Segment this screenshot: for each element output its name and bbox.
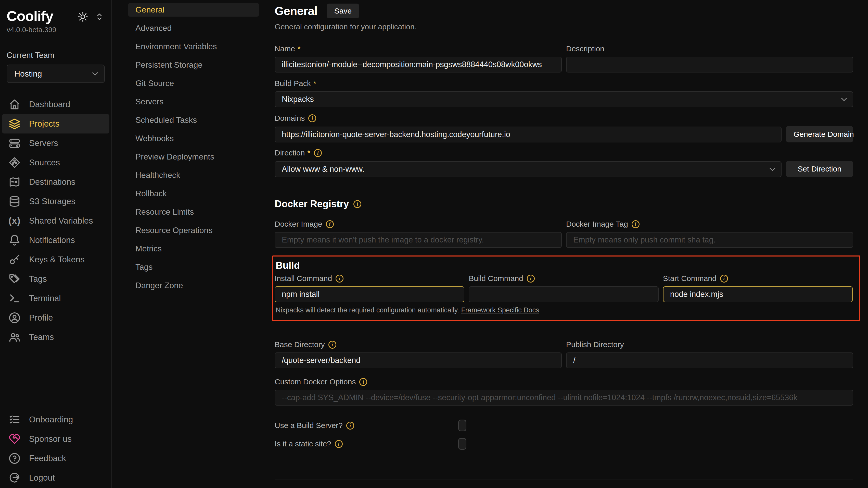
page-title: General <box>275 4 317 18</box>
build-pack-label: Build Pack <box>275 79 316 88</box>
domains-input[interactable] <box>275 126 781 142</box>
docker-image-tag-input[interactable] <box>566 232 853 248</box>
use-build-server-label: Use a Build Server? <box>275 421 343 430</box>
build-pack-select[interactable]: Nixpacks <box>275 91 853 107</box>
tab-servers[interactable]: Servers <box>128 95 259 109</box>
theme-sun-icon[interactable] <box>77 11 89 23</box>
sidebar-item-s3-storages[interactable]: S3 Storages <box>2 192 110 211</box>
nav-item-label: Servers <box>29 138 58 148</box>
nav-item-label: Onboarding <box>29 415 73 425</box>
framework-docs-link[interactable]: Framework Specific Docs <box>461 306 539 314</box>
docker-image-tag-info-icon[interactable] <box>631 220 640 228</box>
static-site-info-icon[interactable] <box>335 440 343 448</box>
sidebar-item-projects[interactable]: Projects <box>2 114 110 134</box>
tab-environment-variables[interactable]: Environment Variables <box>128 40 259 53</box>
docker-image-input[interactable] <box>275 232 562 248</box>
nav-item-label: Logout <box>29 473 55 483</box>
sidebar-item-teams[interactable]: Teams <box>2 327 110 347</box>
start-command-input[interactable] <box>663 286 853 302</box>
docker-image-label: Docker Image <box>275 220 322 228</box>
sidebar-item-dashboard[interactable]: Dashboard <box>2 95 110 114</box>
generate-domain-button[interactable]: Generate Domain <box>786 126 853 142</box>
layers-icon <box>9 118 21 130</box>
sidebar-item-shared-variables[interactable]: (x)Shared Variables <box>2 211 110 230</box>
direction-label: Direction <box>275 148 310 157</box>
section-divider <box>275 480 853 480</box>
start-command-info-icon[interactable] <box>720 275 728 283</box>
save-button[interactable]: Save <box>327 4 359 18</box>
nav-item-label: Sources <box>29 158 60 167</box>
custom-docker-options-input[interactable] <box>275 390 853 406</box>
tab-preview-deployments[interactable]: Preview Deployments <box>128 150 259 164</box>
custom-docker-options-label: Custom Docker Options <box>275 377 356 386</box>
nav-item-label: Keys & Tokens <box>29 255 85 264</box>
install-command-input[interactable] <box>275 286 464 302</box>
chevrons-up-down-icon[interactable] <box>95 12 104 21</box>
nav-item-label: Feedback <box>29 454 66 463</box>
build-command-input[interactable] <box>469 286 658 302</box>
sidebar-item-servers[interactable]: Servers <box>2 134 110 153</box>
tab-resource-operations[interactable]: Resource Operations <box>128 224 259 237</box>
use-build-server-checkbox[interactable] <box>458 420 466 431</box>
docker-registry-info-icon[interactable] <box>353 200 361 208</box>
tags-icon <box>9 273 21 285</box>
domains-info-icon[interactable] <box>308 114 316 122</box>
app-version: v4.0.0-beta.399 <box>0 24 112 34</box>
build-command-info-icon[interactable] <box>527 275 535 283</box>
current-team-label: Current Team <box>0 34 112 60</box>
app-logo[interactable]: Coolify <box>7 8 53 24</box>
sidebar-item-terminal[interactable]: Terminal <box>2 289 110 308</box>
nav-item-label: Sponsor us <box>29 434 72 444</box>
publish-directory-input[interactable] <box>566 352 853 368</box>
terminal-icon <box>9 292 21 304</box>
nav-item-label: Destinations <box>29 177 75 187</box>
tab-advanced[interactable]: Advanced <box>128 22 259 35</box>
tab-persistent-storage[interactable]: Persistent Storage <box>128 58 259 72</box>
tab-resource-limits[interactable]: Resource Limits <box>128 205 259 219</box>
direction-info-icon[interactable] <box>314 149 322 157</box>
static-site-checkbox[interactable] <box>458 438 466 450</box>
description-label: Description <box>566 45 604 53</box>
nav-item-label: Tags <box>29 274 47 284</box>
users-icon <box>9 331 21 343</box>
page-subtitle: General configuration for your applicati… <box>275 23 853 31</box>
use-build-server-info-icon[interactable] <box>346 422 354 430</box>
tab-danger-zone[interactable]: Danger Zone <box>128 279 259 292</box>
install-command-info-icon[interactable] <box>336 275 343 283</box>
sidebar-item-tags[interactable]: Tags <box>2 269 110 289</box>
sidebar-item-onboarding[interactable]: Onboarding <box>2 410 110 429</box>
sidebar-item-logout[interactable]: Logout <box>2 468 110 487</box>
sidebar: Coolify v4.0.0-beta.399 Current Team Hos… <box>0 0 112 488</box>
base-directory-input[interactable] <box>275 352 562 368</box>
team-select[interactable]: Hosting <box>7 64 105 83</box>
sidebar-item-feedback[interactable]: Feedback <box>2 449 110 468</box>
sidebar-item-keys-tokens[interactable]: Keys & Tokens <box>2 250 110 269</box>
set-direction-button[interactable]: Set Direction <box>786 161 853 177</box>
docker-image-info-icon[interactable] <box>326 220 334 228</box>
sidebar-item-profile[interactable]: Profile <box>2 308 110 327</box>
direction-select[interactable]: Allow www & non-www. <box>275 161 781 177</box>
tab-rollback[interactable]: Rollback <box>128 187 259 200</box>
sidebar-item-sponsor-us[interactable]: Sponsor us <box>2 429 110 449</box>
sidebar-item-destinations[interactable]: Destinations <box>2 172 110 192</box>
checklist-icon <box>9 414 21 426</box>
user-circle-icon <box>9 312 21 324</box>
chevron-down-icon <box>841 95 847 101</box>
build-section-annotation-box: Build Install Command Build Command <box>272 256 860 321</box>
tab-general[interactable]: General <box>128 3 259 17</box>
description-input[interactable] <box>566 57 853 73</box>
base-directory-info-icon[interactable] <box>329 341 336 349</box>
tab-metrics[interactable]: Metrics <box>128 242 259 256</box>
tab-webhooks[interactable]: Webhooks <box>128 132 259 145</box>
static-site-label: Is it a static site? <box>275 439 331 448</box>
sidebar-item-notifications[interactable]: Notifications <box>2 230 110 250</box>
sidebar-item-sources[interactable]: Sources <box>2 153 110 172</box>
name-input[interactable] <box>275 57 562 73</box>
sidebar-nav: DashboardProjectsServersSourcesDestinati… <box>0 95 112 347</box>
tab-scheduled-tasks[interactable]: Scheduled Tasks <box>128 113 259 127</box>
tab-tags[interactable]: Tags <box>128 260 259 274</box>
tab-healthcheck[interactable]: Healthcheck <box>128 168 259 182</box>
tab-git-source[interactable]: Git Source <box>128 77 259 90</box>
key-icon <box>9 254 21 265</box>
custom-docker-options-info-icon[interactable] <box>359 378 367 386</box>
